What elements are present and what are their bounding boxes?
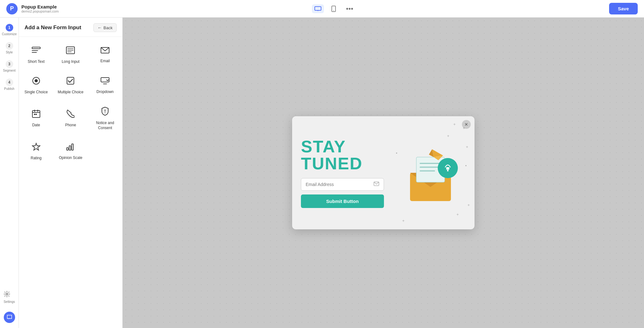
phone-icon — [66, 109, 75, 120]
rating-label: Rating — [31, 156, 42, 161]
popup-preview: ✕ STAY TUNED Submit Button + — [292, 116, 475, 229]
nav-item-publish[interactable]: 4 Publish — [0, 75, 19, 94]
app-logo: P — [6, 3, 18, 14]
close-icon: ✕ — [464, 122, 468, 127]
nav-num-4: 4 — [6, 79, 13, 86]
canvas-area: ✕ STAY TUNED Submit Button + — [123, 18, 644, 328]
svg-marker-26 — [32, 143, 40, 150]
svg-rect-28 — [69, 146, 71, 150]
deco-cross-1: + — [453, 122, 456, 127]
topbar: P Popup Example demo2.popupsmart.com •••… — [0, 0, 644, 18]
svg-point-39 — [447, 170, 449, 172]
more-options-button[interactable]: ••• — [343, 3, 356, 14]
deco-cross-4: + — [466, 145, 468, 149]
desktop-view-button[interactable] — [312, 4, 324, 13]
phone-label: Phone — [65, 123, 76, 128]
popup-left-content: STAY TUNED Submit Button — [292, 116, 393, 229]
svg-point-4 — [333, 10, 334, 11]
long-input-label: Long Input — [62, 59, 80, 64]
svg-rect-17 — [101, 78, 109, 82]
notice-consent-icon — [101, 107, 109, 118]
input-type-short-text[interactable]: Short Text — [19, 40, 53, 69]
input-type-opinion-scale[interactable]: Opinion Scale — [54, 136, 87, 166]
nav-item-customize[interactable]: 1 Customize — [0, 21, 19, 39]
envelope-illustration — [397, 138, 470, 207]
dropdown-label: Dropdown — [97, 90, 114, 95]
single-choice-label: Single Choice — [25, 90, 48, 95]
back-button[interactable]: ← Back — [93, 23, 117, 32]
date-icon — [32, 109, 41, 120]
popup-right-illustration: + + + + + + + • • — [393, 116, 475, 229]
topbar-center: ••• — [312, 3, 356, 14]
popup-email-icon — [374, 182, 379, 187]
deco-cross-7: + — [402, 218, 405, 223]
input-type-email[interactable]: Email — [88, 40, 122, 69]
nav-label-publish: Publish — [4, 87, 14, 90]
date-label: Date — [32, 123, 40, 128]
multiple-choice-icon — [66, 76, 75, 87]
input-type-long-input[interactable]: Long Input — [54, 40, 87, 69]
notice-consent-label: Notice and Consent — [92, 121, 118, 130]
multiple-choice-label: Multiple Choice — [58, 90, 83, 95]
deco-cross-5: + — [467, 203, 470, 207]
svg-rect-23 — [36, 114, 37, 115]
popup-heading: STAY TUNED — [301, 138, 384, 172]
svg-point-15 — [35, 79, 38, 82]
long-input-icon — [66, 46, 75, 57]
nav-num-1: 1 — [6, 24, 13, 31]
app-subtitle: demo2.popupsmart.com — [21, 9, 59, 13]
chat-button[interactable] — [4, 309, 15, 328]
short-text-icon — [31, 46, 41, 57]
panel-title: Add a New Form Input — [25, 25, 81, 31]
nav-item-segment[interactable]: 3 Segment — [0, 57, 19, 75]
input-type-notice-consent[interactable]: Notice and Consent — [88, 101, 122, 135]
back-arrow-icon: ← — [97, 25, 102, 30]
input-type-phone[interactable]: Phone — [54, 101, 87, 135]
popup-heading-line2: TUNED — [301, 154, 363, 173]
input-type-date[interactable]: Date — [19, 101, 53, 135]
svg-rect-6 — [32, 47, 40, 49]
popup-close-button[interactable]: ✕ — [462, 120, 471, 129]
deco-dot-2: • — [465, 163, 467, 168]
svg-rect-27 — [67, 148, 68, 150]
svg-rect-38 — [446, 167, 449, 170]
email-label: Email — [100, 59, 110, 64]
panel-header: Add a New Form Input ← Back — [19, 18, 122, 37]
single-choice-icon — [32, 76, 41, 87]
chat-icon — [4, 312, 15, 323]
deco-dot-1: • — [396, 151, 397, 156]
dropdown-icon — [100, 77, 110, 87]
save-button[interactable]: Save — [609, 3, 638, 14]
mobile-view-button[interactable] — [329, 4, 338, 14]
input-type-dropdown[interactable]: Dropdown — [88, 70, 122, 100]
popup-email-row — [301, 178, 384, 191]
add-form-input-panel: Add a New Form Input ← Back Short Text L… — [19, 18, 123, 328]
input-type-rating[interactable]: Rating — [19, 136, 53, 166]
main-layout: 1 Customize 2 Style 3 Segment 4 Publish … — [0, 18, 644, 328]
opinion-scale-icon — [66, 143, 75, 153]
input-type-single-choice[interactable]: Single Choice — [19, 70, 53, 100]
nav-num-2: 2 — [6, 42, 13, 50]
input-type-multiple-choice[interactable]: Multiple Choice — [54, 70, 87, 100]
svg-point-5 — [6, 293, 8, 295]
popup-submit-button[interactable]: Submit Button — [301, 194, 384, 208]
back-label: Back — [103, 25, 113, 30]
email-icon — [100, 46, 110, 56]
svg-rect-0 — [315, 7, 321, 10]
svg-rect-22 — [34, 114, 35, 115]
nav-item-style[interactable]: 2 Style — [0, 39, 19, 57]
popup-email-input[interactable] — [306, 182, 374, 187]
deco-cross-6: + — [456, 212, 459, 217]
nav-label-style: Style — [6, 51, 13, 54]
short-text-label: Short Text — [28, 59, 45, 64]
rating-icon — [32, 142, 41, 153]
svg-point-25 — [105, 112, 105, 113]
nav-num-3: 3 — [6, 60, 13, 68]
topbar-left: P Popup Example demo2.popupsmart.com — [6, 3, 59, 14]
deco-cross-3: + — [447, 134, 449, 138]
settings-label: Settings — [3, 300, 15, 303]
settings-icon[interactable]: Settings — [3, 286, 15, 309]
app-title-block: Popup Example demo2.popupsmart.com — [21, 4, 59, 13]
popup-heading-line1: STAY — [301, 137, 346, 156]
topbar-right: Save — [609, 3, 638, 14]
